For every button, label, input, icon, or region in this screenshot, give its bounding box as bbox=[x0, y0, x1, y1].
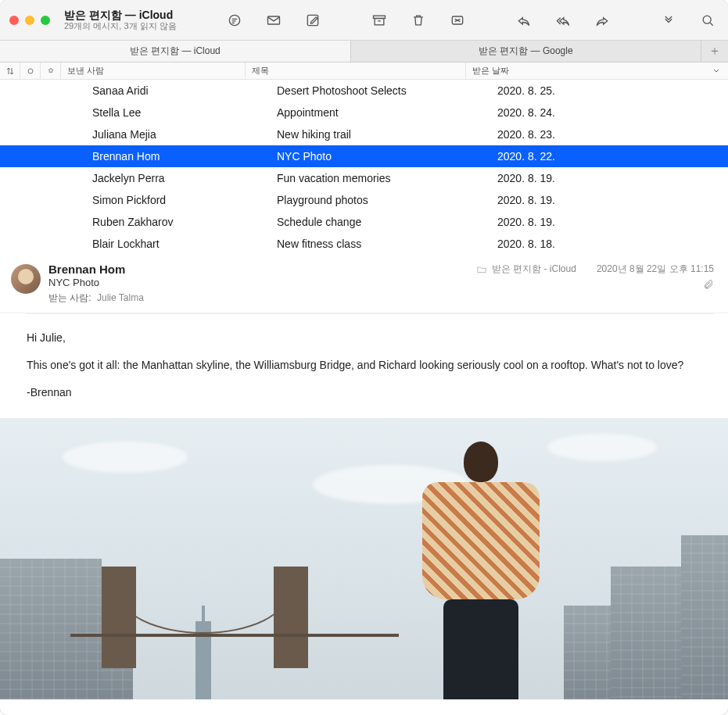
message-datetime: 2020년 8월 22일 오후 11:15 bbox=[597, 263, 714, 276]
message-row[interactable]: Jackelyn PerraFun vacation memories2020.… bbox=[0, 167, 728, 189]
titlebar: 받은 편지함 — iCloud 29개의 메시지, 3개 읽지 않음 bbox=[0, 0, 728, 41]
row-sender: Brennan Hom bbox=[92, 150, 277, 163]
row-sender: Stella Lee bbox=[92, 106, 277, 119]
tab-google[interactable]: 받은 편지함 — Google bbox=[351, 41, 702, 62]
attached-photo[interactable] bbox=[0, 418, 728, 699]
row-sender: Ruben Zakharov bbox=[92, 216, 277, 228]
message-folder[interactable]: 받은 편지함 - iCloud bbox=[492, 263, 576, 276]
row-date: 2020. 8. 19. bbox=[497, 172, 728, 184]
to-label: 받는 사람: bbox=[48, 292, 91, 303]
row-subject: Playground photos bbox=[277, 194, 497, 206]
message-to: 받는 사람: Julie Talma bbox=[48, 291, 468, 305]
message-row[interactable]: Sanaa AridiDesert Photoshoot Selects2020… bbox=[0, 80, 728, 102]
close-window[interactable] bbox=[9, 16, 19, 25]
row-sender: Sanaa Aridi bbox=[92, 84, 277, 97]
window-subtitle: 29개의 메시지, 3개 읽지 않음 bbox=[64, 21, 205, 31]
row-sender: Jackelyn Perra bbox=[92, 172, 277, 184]
message-row[interactable]: Stella LeeAppointment2020. 8. 24. bbox=[0, 102, 728, 123]
reply-icon[interactable] bbox=[513, 9, 535, 31]
minimize-window[interactable] bbox=[25, 16, 34, 25]
avatar[interactable] bbox=[11, 264, 41, 294]
message-list: Sanaa AridiDesert Photoshoot Selects2020… bbox=[0, 80, 728, 255]
row-date: 2020. 8. 22. bbox=[497, 150, 728, 163]
chevron-down-icon bbox=[712, 66, 720, 76]
attachment-icon[interactable] bbox=[703, 279, 714, 292]
message-row[interactable]: Ruben ZakharovSchedule change2020. 8. 19… bbox=[0, 211, 728, 233]
tab-label: 받은 편지함 — iCloud bbox=[130, 45, 221, 58]
more-icon[interactable] bbox=[658, 9, 680, 31]
body-signoff: -Brennan bbox=[27, 384, 701, 401]
message-subject: NYC Photo bbox=[48, 277, 468, 288]
reply-all-icon[interactable] bbox=[552, 9, 574, 31]
window-title: 받은 편지함 — iCloud bbox=[64, 9, 205, 22]
sort-toggle[interactable] bbox=[0, 63, 20, 79]
message-row[interactable]: Blair LockhartNew fitness class2020. 8. … bbox=[0, 233, 728, 255]
row-sender: Simon Pickford bbox=[92, 194, 277, 206]
trash-icon[interactable] bbox=[407, 9, 429, 31]
window-controls bbox=[9, 16, 50, 25]
row-subject: Appointment bbox=[277, 106, 497, 119]
subject-column-header[interactable]: 제목 bbox=[246, 63, 466, 79]
row-subject: NYC Photo bbox=[277, 150, 497, 163]
row-subject: Desert Photoshoot Selects bbox=[277, 84, 497, 97]
row-sender: Juliana Mejia bbox=[92, 128, 277, 141]
message-header: Brennan Hom NYC Photo 받는 사람: Julie Talma… bbox=[0, 255, 728, 313]
title-block: 받은 편지함 — iCloud 29개의 메시지, 3개 읽지 않음 bbox=[64, 9, 205, 32]
row-sender: Blair Lockhart bbox=[92, 238, 277, 250]
forward-icon[interactable] bbox=[591, 9, 613, 31]
body-greeting: Hi Julie, bbox=[27, 330, 701, 346]
junk-icon[interactable] bbox=[446, 9, 468, 31]
compose-icon[interactable] bbox=[302, 9, 324, 31]
mailbox-tabs: 받은 편지함 — iCloud 받은 편지함 — Google ＋ bbox=[0, 41, 728, 63]
row-date: 2020. 8. 19. bbox=[497, 216, 728, 228]
search-icon[interactable] bbox=[697, 9, 719, 31]
message-row[interactable]: Brennan HomNYC Photo2020. 8. 22. bbox=[0, 145, 728, 167]
message-row[interactable]: Simon PickfordPlayground photos2020. 8. … bbox=[0, 189, 728, 211]
sender-column-header[interactable]: 보낸 사람 bbox=[61, 63, 246, 79]
row-date: 2020. 8. 19. bbox=[497, 194, 728, 206]
svg-point-6 bbox=[703, 16, 711, 23]
row-date: 2020. 8. 24. bbox=[497, 106, 728, 119]
toolbar bbox=[224, 9, 719, 31]
svg-point-7 bbox=[28, 69, 33, 73]
body-paragraph: This one's got it all: the Manhattan sky… bbox=[27, 357, 701, 374]
to-name[interactable]: Julie Talma bbox=[97, 292, 144, 303]
message-row[interactable]: Juliana MejiaNew hiking trail2020. 8. 23… bbox=[0, 123, 728, 145]
svg-rect-4 bbox=[375, 18, 384, 24]
svg-point-0 bbox=[229, 15, 239, 25]
tab-icloud[interactable]: 받은 편지함 — iCloud bbox=[0, 41, 351, 62]
svg-rect-1 bbox=[268, 16, 280, 24]
date-column-header[interactable]: 받은 날짜 bbox=[466, 65, 728, 77]
folder-icon bbox=[476, 264, 487, 275]
row-subject: New hiking trail bbox=[277, 128, 497, 141]
unread-column[interactable] bbox=[20, 63, 41, 79]
row-subject: Schedule change bbox=[277, 216, 497, 228]
row-date: 2020. 8. 18. bbox=[497, 238, 728, 250]
row-subject: New fitness class bbox=[277, 238, 497, 250]
filter-icon[interactable] bbox=[224, 9, 246, 31]
message-meta-row: 받은 편지함 - iCloud 2020년 8월 22일 오후 11:15 bbox=[476, 263, 714, 276]
flag-column[interactable] bbox=[41, 63, 61, 79]
message-from[interactable]: Brennan Hom bbox=[48, 263, 468, 276]
message-body: Hi Julie, This one's got it all: the Man… bbox=[0, 314, 728, 418]
tab-label: 받은 편지함 — Google bbox=[479, 45, 573, 58]
zoom-window[interactable] bbox=[41, 16, 50, 25]
envelope-icon[interactable] bbox=[263, 9, 285, 31]
column-headers: 보낸 사람 제목 받은 날짜 bbox=[0, 63, 728, 80]
row-subject: Fun vacation memories bbox=[277, 172, 497, 184]
add-tab-button[interactable]: ＋ bbox=[701, 41, 728, 62]
row-date: 2020. 8. 23. bbox=[497, 128, 728, 141]
archive-icon[interactable] bbox=[368, 9, 390, 31]
row-date: 2020. 8. 25. bbox=[497, 84, 728, 97]
